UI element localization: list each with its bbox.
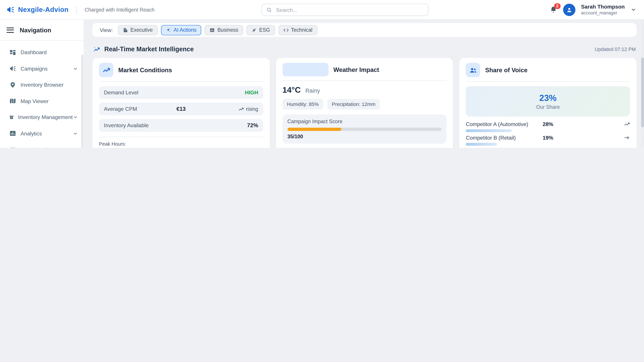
- sidebar-item-label: Analytics: [20, 130, 72, 137]
- section-title-wrap: Real-Time Market Intelligence: [93, 45, 194, 53]
- tab-business[interactable]: Business: [204, 25, 243, 35]
- card-header: Market Conditions: [99, 63, 263, 82]
- user-role: account_manager: [581, 10, 625, 15]
- competitor-share-bar: [466, 129, 512, 132]
- tab-technical[interactable]: Technical: [278, 25, 317, 35]
- megaphone-icon: [9, 65, 16, 72]
- sidebar-header: Navigation: [0, 20, 84, 41]
- users-icon: [466, 63, 480, 77]
- page-scrollbar-thumb[interactable]: [641, 57, 644, 127]
- trending-up-icon: [99, 63, 113, 77]
- image-icon: [9, 146, 16, 148]
- demand-level-row: Demand Level HIGH: [99, 86, 263, 99]
- sidebar-item-dashboard[interactable]: Dashboard: [0, 44, 84, 60]
- tab-label: AI Actions: [174, 27, 196, 33]
- last-updated-text: Updated 07:12 PM: [595, 46, 636, 52]
- impact-progress-track: [287, 128, 442, 131]
- user-menu-chevron[interactable]: [630, 6, 636, 13]
- market-intelligence-icon: [93, 45, 100, 53]
- precipitation-chip: Precipitation: 12mm: [327, 99, 380, 110]
- competitor-name: Competitor A (Automotive): [466, 121, 543, 127]
- archive-box-icon: [9, 114, 14, 121]
- sidebar: Navigation Dashboard Campaigns Inventory…: [0, 20, 84, 148]
- avatar[interactable]: [563, 3, 575, 16]
- card-title: Weather Impact: [334, 66, 379, 73]
- chart-icon: [210, 27, 215, 33]
- trend-up-icon: [238, 106, 244, 112]
- cards-grid: Market Conditions Demand Level HIGH Aver…: [92, 58, 636, 148]
- brand: Nexgile-Advion Charged with Intelligent …: [0, 5, 154, 14]
- sidebar-scrollbar-thumb[interactable]: [81, 55, 83, 148]
- app-window: Nexgile-Advion Charged with Intelligent …: [0, 0, 644, 148]
- competitor-row: Competitor A (Automotive) 28%: [466, 121, 630, 132]
- section-header: Real-Time Market Intelligence Updated 07…: [92, 45, 636, 53]
- cpm-trend: rising: [186, 106, 258, 112]
- building-icon: [122, 27, 128, 33]
- sidebar-item-map-viewer[interactable]: Map Viewer: [0, 93, 84, 109]
- sidebar-title: Navigation: [20, 26, 51, 33]
- temperature-row: 14°C Rainy: [282, 85, 446, 95]
- cpm-label: Average CPM: [104, 106, 176, 112]
- sidebar-item-label: Campaigns: [20, 65, 72, 72]
- demand-value: HIGH: [245, 89, 258, 96]
- our-share-value: 23%: [539, 93, 556, 103]
- analytics-chart-icon: [9, 130, 16, 137]
- inventory-row: Inventory Available 72%: [99, 119, 263, 132]
- impact-score: 35/100: [287, 134, 442, 139]
- card-title: Market Conditions: [118, 66, 172, 73]
- search-input[interactable]: [275, 6, 424, 13]
- hamburger-menu-icon[interactable]: [6, 26, 14, 34]
- topbar: Nexgile-Advion Charged with Intelligent …: [0, 0, 644, 20]
- peak-hours-label: Peak Hours:: [99, 141, 263, 147]
- sidebar-item-label: Creative Library: [20, 147, 78, 148]
- cpm-value: €13: [176, 106, 186, 112]
- sidebar-item-creative-library[interactable]: Creative Library: [0, 142, 84, 148]
- card-title: Share of Voice: [485, 66, 528, 73]
- tab-ai-actions[interactable]: AI Actions: [161, 25, 201, 35]
- ai-sparkles-icon: [166, 27, 171, 33]
- tab-label: ESG: [259, 27, 270, 33]
- leaf-icon: [252, 27, 257, 33]
- card-share-of-voice: Share of Voice 23% Our Share Competitor …: [459, 58, 636, 148]
- competitor-rows: Competitor A (Automotive) 28% Competitor…: [466, 121, 630, 148]
- impact-label: Campaign Impact Score: [287, 119, 442, 124]
- card-header: Weather Impact: [282, 63, 446, 81]
- notification-count-badge: 2: [554, 3, 560, 9]
- sidebar-item-analytics[interactable]: Analytics: [0, 125, 84, 142]
- main-content: View: Executive AI Actions Business ESG: [84, 20, 644, 148]
- temperature-value: 14°C: [282, 85, 301, 95]
- map-pin-icon: [9, 81, 16, 88]
- brand-divider: [76, 5, 77, 14]
- competitor-name: Competitor B (Retail): [466, 135, 543, 141]
- tab-executive[interactable]: Executive: [118, 25, 158, 35]
- trend-flat-icon: [553, 135, 630, 141]
- campaign-impact-box: Campaign Impact Score 35/100: [282, 114, 446, 144]
- sidebar-item-inventory-management[interactable]: Inventory Management: [0, 109, 84, 125]
- tab-label: Technical: [291, 27, 312, 33]
- search-icon: [266, 7, 272, 13]
- sidebar-item-inventory-browser[interactable]: Inventory Browser: [0, 77, 84, 93]
- competitor-row: Competitor B (Retail) 19%: [466, 135, 630, 146]
- sidebar-items: Dashboard Campaigns Inventory Browser Ma…: [0, 40, 84, 148]
- tab-label: Business: [217, 27, 238, 33]
- trend-up-icon: [553, 121, 630, 127]
- inventory-value: 72%: [247, 122, 258, 129]
- sidebar-item-campaigns[interactable]: Campaigns: [0, 60, 84, 77]
- sidebar-item-label: Map Viewer: [20, 98, 78, 104]
- search-bar[interactable]: [262, 4, 428, 16]
- user-icon: [566, 6, 573, 13]
- impact-progress-fill: [287, 128, 341, 131]
- chevron-down-icon: [630, 6, 636, 13]
- user-name: Sarah Thompson: [581, 4, 625, 10]
- card-weather-impact: Weather Impact 14°C Rainy Humidity: 85% …: [276, 58, 453, 148]
- competitor-share: 19%: [542, 135, 553, 141]
- cpm-trend-text: rising: [246, 106, 258, 112]
- megaphone-logo-icon: [6, 5, 15, 14]
- cpm-row: Average CPM €13 rising: [99, 103, 263, 115]
- view-switcher: View: Executive AI Actions Business ESG: [92, 23, 636, 37]
- our-share-box: 23% Our Share: [466, 86, 630, 116]
- dashboard-icon: [9, 49, 16, 56]
- humidity-chip: Humidity: 85%: [282, 99, 323, 110]
- notifications-bell-button[interactable]: 2: [550, 6, 557, 13]
- tab-esg[interactable]: ESG: [246, 25, 275, 35]
